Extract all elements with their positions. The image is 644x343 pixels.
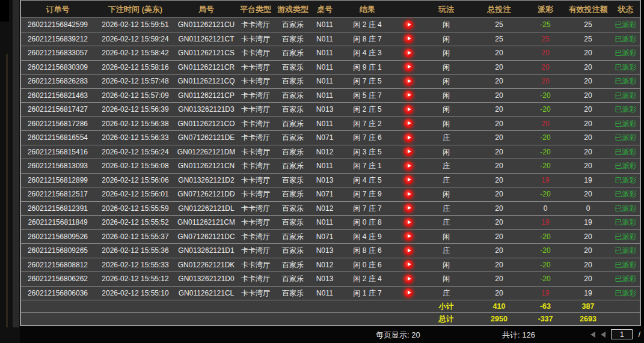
table-number-cell: N013 bbox=[311, 177, 339, 184]
replay-play-icon[interactable] bbox=[404, 119, 413, 128]
platform-type-cell: 卡卡湾厅 bbox=[236, 49, 275, 56]
play-type-cell: 闲 bbox=[420, 233, 472, 240]
result-cell: 闲 8 庄 7 bbox=[339, 35, 396, 43]
replay-play-icon[interactable] bbox=[404, 105, 413, 114]
order-number-cell: 260212156808812 bbox=[21, 261, 94, 269]
replay-play-icon[interactable] bbox=[404, 288, 413, 297]
payout-cell: 25 bbox=[526, 35, 565, 43]
table-row: 2602121568130932026-02-12 15:56:08GN0112… bbox=[21, 159, 640, 173]
table-row: 2602121568174272026-02-12 15:56:39GN0132… bbox=[21, 102, 640, 117]
status-cell: 已派彩 bbox=[612, 106, 640, 113]
order-number-cell: 260212156806036 bbox=[21, 290, 94, 297]
round-number-cell: GN012262121DK bbox=[176, 261, 236, 269]
table-row: 2602121568262832026-02-12 15:57:48GN0112… bbox=[21, 74, 640, 88]
total-bet-cell: 20 bbox=[472, 275, 526, 282]
table-number-cell: N013 bbox=[311, 247, 339, 254]
prev-page-icon[interactable] bbox=[601, 332, 606, 338]
valid-bet-cell: 20 bbox=[565, 134, 612, 141]
platform-type-cell: 卡卡湾厅 bbox=[236, 190, 275, 198]
status-cell: 已派彩 bbox=[612, 77, 640, 85]
replay-play-icon[interactable] bbox=[404, 91, 413, 100]
left-edge-notch bbox=[0, 0, 9, 22]
platform-type-cell: 卡卡湾厅 bbox=[236, 205, 275, 212]
replay-play-icon[interactable] bbox=[404, 49, 413, 58]
table-row: 2602121568088122026-02-12 15:55:33GN0122… bbox=[21, 258, 640, 272]
status-cell: 已派彩 bbox=[612, 190, 640, 198]
status-cell: 已派彩 bbox=[612, 92, 640, 99]
replay-play-icon[interactable] bbox=[404, 246, 413, 255]
bet-time-cell: 2026-02-12 15:58:16 bbox=[94, 64, 176, 71]
replay-play-icon[interactable] bbox=[404, 232, 413, 241]
round-number-cell: GN011262121CP bbox=[176, 92, 236, 99]
replay-play-icon[interactable] bbox=[404, 77, 413, 86]
header-status: 状态 bbox=[612, 5, 640, 13]
round-number-cell: GN011262121CS bbox=[176, 49, 236, 56]
result-cell: 闲 5 庄 7 bbox=[339, 92, 396, 99]
page-number-input[interactable] bbox=[611, 329, 633, 339]
replay-play-icon[interactable] bbox=[404, 260, 413, 269]
left-edge-panel bbox=[0, 0, 20, 343]
table-row: 2602121568128992026-02-12 15:56:06GN0132… bbox=[21, 173, 640, 187]
replay-play-icon[interactable] bbox=[404, 204, 413, 213]
table-row: 2602121568214632026-02-12 15:57:09GN0112… bbox=[21, 88, 640, 103]
round-number-cell: GN013262121D1 bbox=[176, 247, 236, 254]
total-bet-cell: 20 bbox=[472, 233, 526, 240]
first-page-icon[interactable] bbox=[590, 332, 595, 338]
payout-cell: 20 bbox=[526, 49, 565, 56]
header-order-number: 订单号 bbox=[21, 5, 94, 13]
result-cell: 闲 4 庄 3 bbox=[339, 49, 396, 56]
game-type-cell: 百家乐 bbox=[275, 106, 311, 113]
replay-cell bbox=[396, 49, 420, 58]
game-type-cell: 百家乐 bbox=[275, 233, 311, 240]
play-type-cell: 闲 bbox=[420, 21, 472, 28]
replay-play-icon[interactable] bbox=[404, 218, 413, 227]
status-cell: 已派彩 bbox=[612, 205, 640, 212]
replay-play-icon[interactable] bbox=[404, 162, 413, 171]
grand_total-total-bet: 2950 bbox=[472, 315, 526, 323]
total-bet-cell: 25 bbox=[472, 35, 526, 43]
table-row: 2602121568303092026-02-12 15:58:16GN0112… bbox=[21, 60, 640, 74]
play-type-cell: 闲 bbox=[420, 106, 472, 113]
replay-play-icon[interactable] bbox=[404, 190, 413, 199]
payout-cell: 19 bbox=[526, 177, 565, 184]
round-number-cell: GN011262121CM bbox=[176, 219, 236, 226]
header-bet-time: 下注时间 (美东) bbox=[94, 5, 176, 13]
replay-cell bbox=[396, 62, 420, 71]
game-type-cell: 百家乐 bbox=[275, 261, 311, 269]
replay-play-icon[interactable] bbox=[404, 62, 413, 71]
bet-time-cell: 2026-02-12 15:56:08 bbox=[94, 162, 176, 169]
status-cell: 已派彩 bbox=[612, 219, 640, 226]
play-type-cell: 庄 bbox=[420, 177, 472, 184]
result-cell: 闲 7 庄 5 bbox=[339, 77, 396, 85]
platform-type-cell: 卡卡湾厅 bbox=[236, 35, 275, 43]
replay-cell bbox=[396, 260, 420, 269]
replay-play-icon[interactable] bbox=[404, 275, 413, 284]
payout-cell: 20 bbox=[526, 64, 565, 71]
header-result: 结果 bbox=[339, 5, 396, 13]
replay-play-icon[interactable] bbox=[404, 133, 413, 142]
round-number-cell: GN011262121CT bbox=[176, 35, 236, 43]
play-type-cell: 闲 bbox=[420, 77, 472, 85]
replay-play-icon[interactable] bbox=[404, 147, 413, 156]
order-number-cell: 260212156806262 bbox=[21, 275, 94, 282]
total-bet-cell: 20 bbox=[472, 219, 526, 226]
bet-time-cell: 2026-02-12 15:55:10 bbox=[94, 290, 176, 297]
game-type-cell: 百家乐 bbox=[275, 219, 311, 226]
round-number-cell: GN071262121DC bbox=[176, 233, 236, 240]
subtotal-valid-bet: 387 bbox=[565, 303, 612, 311]
total-bet-cell: 20 bbox=[472, 77, 526, 85]
platform-type-cell: 卡卡湾厅 bbox=[236, 21, 275, 28]
game-type-cell: 百家乐 bbox=[275, 49, 311, 56]
replay-cell bbox=[396, 246, 420, 255]
replay-play-icon[interactable] bbox=[404, 20, 413, 29]
table-body: 2602121568425992026-02-12 15:59:51GN0112… bbox=[21, 17, 640, 300]
total-bet-cell: 20 bbox=[472, 290, 526, 297]
platform-type-cell: 卡卡湾厅 bbox=[236, 77, 275, 85]
round-number-cell: GN011262121CU bbox=[176, 21, 236, 28]
replay-play-icon[interactable] bbox=[404, 34, 413, 43]
replay-cell bbox=[396, 20, 420, 29]
replay-play-icon[interactable] bbox=[404, 175, 413, 184]
valid-bet-cell: 20 bbox=[565, 247, 612, 254]
platform-type-cell: 卡卡湾厅 bbox=[236, 148, 275, 156]
grand-total-row: 总计2950-3372693 bbox=[21, 312, 640, 325]
